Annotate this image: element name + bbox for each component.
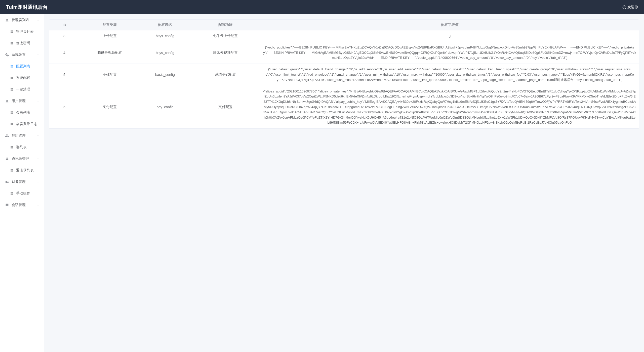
- col-func[interactable]: 配置功能: [190, 20, 261, 30]
- nav-item-2-1[interactable]: 会员登录日志: [0, 118, 44, 130]
- sidebar: 管理员列表管理员列表修改密码系统设置配置列表系统配置一键清理用户管理会员列表会员…: [0, 14, 44, 134]
- nav-item-1-0[interactable]: 配置列表: [0, 61, 44, 72]
- main-content: ID 配置类型 配置表名 配置功能 配置字段值 3上传配置bsys_config…: [44, 14, 644, 134]
- cell-value: {"vedio_publickey":"-----BEGIN PUBLIC KE…: [261, 42, 639, 64]
- cell-func: 系统基础配置: [190, 64, 261, 86]
- svg-rect-20: [12, 88, 13, 89]
- table-row[interactable]: 4腾讯云视频配置bsys_config腾讯云视频配置{"vedio_public…: [49, 42, 639, 64]
- nav-group-label: 管理员列表: [12, 18, 29, 22]
- cell-id: 5: [49, 64, 79, 86]
- cell-table-name: bsys_config: [140, 42, 190, 64]
- table-row[interactable]: 3上传配置bsys_config七牛云上传配置{}: [49, 30, 639, 42]
- nav-item-label: 系统配置: [16, 76, 30, 80]
- cell-id: 6: [49, 86, 79, 129]
- svg-rect-3: [11, 30, 12, 31]
- cell-type: 基础配置: [79, 64, 140, 86]
- nav-group-3[interactable]: 群组管理: [0, 130, 44, 134]
- svg-rect-28: [12, 123, 13, 124]
- svg-rect-14: [12, 67, 13, 68]
- svg-rect-18: [12, 78, 13, 79]
- welcome-label: 欢迎你: [627, 5, 638, 10]
- svg-rect-23: [11, 111, 12, 112]
- svg-rect-16: [12, 77, 13, 78]
- cell-id: 4: [49, 42, 79, 64]
- app-title: TuIm即时通讯后台: [6, 4, 48, 11]
- cell-table-name: pay_config: [140, 86, 190, 129]
- nav-group-2[interactable]: 用户管理: [0, 95, 44, 107]
- svg-rect-6: [12, 32, 13, 33]
- nav-item-label: 一键清理: [16, 87, 30, 92]
- nav-item-1-1[interactable]: 系统配置: [0, 72, 44, 84]
- svg-rect-10: [12, 43, 13, 44]
- nav-item-0-0[interactable]: 管理员列表: [0, 26, 44, 37]
- nav-item-label: 会员列表: [16, 110, 30, 115]
- svg-rect-13: [11, 67, 12, 68]
- svg-rect-12: [12, 65, 13, 66]
- config-table: ID 配置类型 配置表名 配置功能 配置字段值 3上传配置bsys_config…: [49, 20, 639, 129]
- col-type[interactable]: 配置类型: [79, 20, 140, 30]
- svg-rect-22: [12, 90, 13, 91]
- cell-id: 3: [49, 30, 79, 42]
- svg-rect-7: [11, 42, 12, 43]
- svg-rect-15: [11, 77, 12, 78]
- svg-rect-21: [11, 90, 12, 91]
- svg-point-2: [625, 7, 625, 7]
- col-table-name[interactable]: 配置表名: [140, 20, 190, 30]
- svg-rect-8: [12, 42, 13, 43]
- nav-group-0[interactable]: 管理员列表: [0, 14, 44, 26]
- nav-item-2-0[interactable]: 会员列表: [0, 107, 44, 118]
- nav-item-label: 管理员列表: [16, 29, 34, 34]
- col-id[interactable]: ID: [49, 20, 79, 30]
- cell-type: 腾讯云视频配置: [79, 42, 140, 64]
- svg-rect-17: [11, 78, 12, 79]
- config-table-card: ID 配置类型 配置表名 配置功能 配置字段值 3上传配置bsys_config…: [49, 19, 639, 129]
- svg-point-1: [624, 7, 624, 7]
- cell-table-name: basic_config: [140, 64, 190, 86]
- nav-group-label: 群组管理: [12, 133, 26, 134]
- nav-item-1-2[interactable]: 一键清理: [0, 84, 44, 95]
- nav-item-label: 修改密码: [16, 41, 30, 45]
- cell-type: 上传配置: [79, 30, 140, 42]
- svg-rect-24: [12, 111, 13, 112]
- table-row[interactable]: 5基础配置basic_config系统基础配置{"user_default_gr…: [49, 64, 639, 86]
- nav-item-label: 会员登录日志: [16, 122, 37, 126]
- cell-func: 七牛云上传配置: [190, 30, 261, 42]
- smile-icon: [622, 5, 626, 9]
- svg-rect-29: [11, 124, 12, 125]
- top-header: TuIm即时通讯后台 欢迎你: [0, 0, 644, 14]
- svg-rect-9: [11, 43, 12, 44]
- svg-rect-26: [12, 113, 13, 114]
- svg-rect-30: [12, 124, 13, 125]
- nav-item-label: 配置列表: [16, 64, 30, 69]
- nav-group-label: 系统设置: [12, 53, 26, 57]
- nav-item-0-1[interactable]: 修改密码: [0, 37, 44, 49]
- nav-group-label: 用户管理: [12, 99, 26, 103]
- welcome-user[interactable]: 欢迎你: [622, 5, 638, 10]
- cell-value: {}: [261, 30, 639, 42]
- svg-rect-4: [12, 30, 13, 31]
- cell-value: {"user_default_group":"","user_default_f…: [261, 64, 639, 86]
- table-row[interactable]: 6支付配置pay_config支付配置{"alipay_appid":"2021…: [49, 86, 639, 129]
- svg-rect-27: [11, 123, 12, 124]
- svg-rect-11: [11, 65, 12, 66]
- svg-point-0: [623, 6, 626, 9]
- cell-table-name: bsys_config: [140, 30, 190, 42]
- svg-rect-25: [11, 113, 12, 114]
- table-header-row: ID 配置类型 配置表名 配置功能 配置字段值: [49, 20, 639, 30]
- svg-rect-5: [11, 32, 12, 33]
- col-value[interactable]: 配置字段值: [261, 20, 639, 30]
- nav-group-1[interactable]: 系统设置: [0, 49, 44, 61]
- cell-func: 支付配置: [190, 86, 261, 129]
- cell-value: {"alipay_appid":"2021001109607866","alip…: [261, 86, 639, 129]
- cell-func: 腾讯云视频配置: [190, 42, 261, 64]
- cell-type: 支付配置: [79, 86, 140, 129]
- svg-rect-19: [11, 88, 12, 89]
